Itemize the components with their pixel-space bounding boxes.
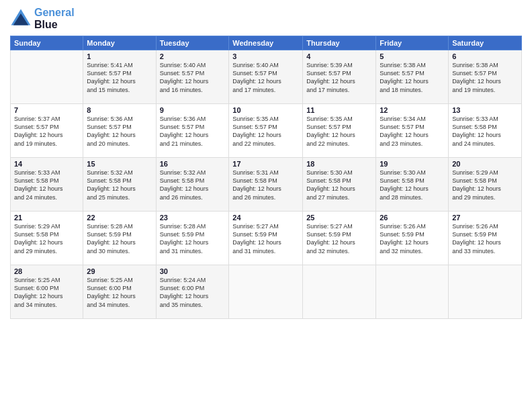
- day-info: Sunrise: 5:27 AM Sunset: 5:59 PM Dayligh…: [232, 222, 299, 255]
- calendar-cell: 10Sunrise: 5:35 AM Sunset: 5:57 PM Dayli…: [229, 104, 303, 158]
- day-number: 25: [306, 214, 372, 222]
- calendar-cell: 27Sunrise: 5:26 AM Sunset: 5:59 PM Dayli…: [449, 212, 522, 265]
- day-info: Sunrise: 5:29 AM Sunset: 5:58 PM Dayligh…: [452, 169, 518, 201]
- calendar-cell: 22Sunrise: 5:28 AM Sunset: 5:59 PM Dayli…: [83, 212, 156, 265]
- day-info: Sunrise: 5:26 AM Sunset: 5:59 PM Dayligh…: [452, 222, 518, 255]
- calendar-cell: [11, 50, 83, 104]
- logo-icon: [10, 8, 32, 30]
- day-info: Sunrise: 5:30 AM Sunset: 5:58 PM Dayligh…: [380, 169, 445, 201]
- day-number: 11: [306, 106, 372, 114]
- day-info: Sunrise: 5:28 AM Sunset: 5:59 PM Dayligh…: [87, 222, 152, 255]
- day-number: 7: [14, 106, 79, 114]
- calendar-cell: 29Sunrise: 5:25 AM Sunset: 6:00 PM Dayli…: [83, 265, 156, 319]
- calendar-cell: 2Sunrise: 5:40 AM Sunset: 5:57 PM Daylig…: [156, 50, 229, 104]
- calendar-cell: 4Sunrise: 5:39 AM Sunset: 5:57 PM Daylig…: [303, 50, 376, 104]
- week-row-2: 7Sunrise: 5:37 AM Sunset: 5:57 PM Daylig…: [11, 104, 522, 158]
- calendar-cell: 12Sunrise: 5:34 AM Sunset: 5:57 PM Dayli…: [376, 104, 449, 158]
- day-number: 18: [306, 160, 372, 168]
- day-info: Sunrise: 5:29 AM Sunset: 5:58 PM Dayligh…: [14, 222, 79, 255]
- calendar-cell: 23Sunrise: 5:28 AM Sunset: 5:59 PM Dayli…: [156, 212, 229, 265]
- calendar-cell: 25Sunrise: 5:27 AM Sunset: 5:59 PM Dayli…: [303, 212, 376, 265]
- day-number: 6: [452, 52, 518, 60]
- day-info: Sunrise: 5:31 AM Sunset: 5:58 PM Dayligh…: [232, 169, 299, 201]
- calendar-body: 1Sunrise: 5:41 AM Sunset: 5:57 PM Daylig…: [11, 50, 522, 319]
- day-number: 23: [160, 214, 226, 222]
- day-header-sunday: Sunday: [11, 36, 83, 50]
- day-info: Sunrise: 5:32 AM Sunset: 5:58 PM Dayligh…: [160, 169, 226, 201]
- day-header-tuesday: Tuesday: [156, 36, 229, 50]
- calendar-cell: 17Sunrise: 5:31 AM Sunset: 5:58 PM Dayli…: [229, 158, 303, 212]
- day-info: Sunrise: 5:38 AM Sunset: 5:57 PM Dayligh…: [452, 61, 518, 94]
- day-info: Sunrise: 5:40 AM Sunset: 5:57 PM Dayligh…: [160, 61, 226, 94]
- day-number: 13: [452, 106, 518, 114]
- calendar-cell: [303, 265, 376, 319]
- day-info: Sunrise: 5:27 AM Sunset: 5:59 PM Dayligh…: [306, 222, 372, 255]
- day-info: Sunrise: 5:36 AM Sunset: 5:57 PM Dayligh…: [160, 115, 226, 148]
- calendar-cell: 30Sunrise: 5:24 AM Sunset: 6:00 PM Dayli…: [156, 265, 229, 319]
- day-number: 16: [160, 160, 226, 168]
- day-number: 29: [87, 267, 152, 275]
- calendar-cell: 13Sunrise: 5:33 AM Sunset: 5:58 PM Dayli…: [449, 104, 522, 158]
- day-number: 27: [452, 214, 518, 222]
- page-header: General Blue: [10, 7, 522, 30]
- day-number: 15: [87, 160, 152, 168]
- calendar-cell: 14Sunrise: 5:33 AM Sunset: 5:58 PM Dayli…: [11, 158, 83, 212]
- calendar-table: SundayMondayTuesdayWednesdayThursdayFrid…: [10, 36, 522, 319]
- calendar-cell: 6Sunrise: 5:38 AM Sunset: 5:57 PM Daylig…: [449, 50, 522, 104]
- day-info: Sunrise: 5:24 AM Sunset: 6:00 PM Dayligh…: [160, 276, 226, 309]
- calendar-cell: 26Sunrise: 5:26 AM Sunset: 5:59 PM Dayli…: [376, 212, 449, 265]
- day-info: Sunrise: 5:38 AM Sunset: 5:57 PM Dayligh…: [380, 61, 445, 94]
- week-row-4: 21Sunrise: 5:29 AM Sunset: 5:58 PM Dayli…: [11, 212, 522, 265]
- day-number: 10: [232, 106, 299, 114]
- day-number: 9: [160, 106, 226, 114]
- calendar-cell: 1Sunrise: 5:41 AM Sunset: 5:57 PM Daylig…: [83, 50, 156, 104]
- logo: General Blue: [10, 7, 75, 30]
- day-info: Sunrise: 5:35 AM Sunset: 5:57 PM Dayligh…: [232, 115, 299, 148]
- day-info: Sunrise: 5:32 AM Sunset: 5:58 PM Dayligh…: [87, 169, 152, 201]
- calendar-cell: 18Sunrise: 5:30 AM Sunset: 5:58 PM Dayli…: [303, 158, 376, 212]
- day-number: 5: [380, 52, 445, 60]
- day-number: 14: [14, 160, 79, 168]
- day-number: 1: [87, 52, 152, 60]
- day-number: 22: [87, 214, 152, 222]
- calendar-header-row: SundayMondayTuesdayWednesdayThursdayFrid…: [11, 36, 522, 50]
- day-info: Sunrise: 5:25 AM Sunset: 6:00 PM Dayligh…: [87, 276, 152, 309]
- calendar-cell: 3Sunrise: 5:40 AM Sunset: 5:57 PM Daylig…: [229, 50, 303, 104]
- day-number: 28: [14, 267, 79, 275]
- day-info: Sunrise: 5:33 AM Sunset: 5:58 PM Dayligh…: [452, 115, 518, 148]
- calendar-cell: 19Sunrise: 5:30 AM Sunset: 5:58 PM Dayli…: [376, 158, 449, 212]
- week-row-3: 14Sunrise: 5:33 AM Sunset: 5:58 PM Dayli…: [11, 158, 522, 212]
- calendar-cell: 7Sunrise: 5:37 AM Sunset: 5:57 PM Daylig…: [11, 104, 83, 158]
- day-info: Sunrise: 5:26 AM Sunset: 5:59 PM Dayligh…: [380, 222, 445, 255]
- day-info: Sunrise: 5:36 AM Sunset: 5:57 PM Dayligh…: [87, 115, 152, 148]
- day-number: 20: [452, 160, 518, 168]
- day-info: Sunrise: 5:28 AM Sunset: 5:59 PM Dayligh…: [160, 222, 226, 255]
- day-number: 19: [380, 160, 445, 168]
- day-number: 3: [232, 52, 299, 60]
- day-info: Sunrise: 5:41 AM Sunset: 5:57 PM Dayligh…: [87, 61, 152, 94]
- day-number: 4: [306, 52, 372, 60]
- calendar-cell: [376, 265, 449, 319]
- calendar-cell: 9Sunrise: 5:36 AM Sunset: 5:57 PM Daylig…: [156, 104, 229, 158]
- calendar-cell: 15Sunrise: 5:32 AM Sunset: 5:58 PM Dayli…: [83, 158, 156, 212]
- day-info: Sunrise: 5:39 AM Sunset: 5:57 PM Dayligh…: [306, 61, 372, 94]
- day-info: Sunrise: 5:37 AM Sunset: 5:57 PM Dayligh…: [14, 115, 79, 148]
- day-number: 8: [87, 106, 152, 114]
- day-number: 21: [14, 214, 79, 222]
- calendar-cell: 20Sunrise: 5:29 AM Sunset: 5:58 PM Dayli…: [449, 158, 522, 212]
- page: General Blue SundayMondayTuesdayWednesda…: [0, 0, 532, 411]
- day-number: 2: [160, 52, 226, 60]
- day-number: 30: [160, 267, 226, 275]
- day-header-wednesday: Wednesday: [229, 36, 303, 50]
- calendar-cell: 24Sunrise: 5:27 AM Sunset: 5:59 PM Dayli…: [229, 212, 303, 265]
- calendar-cell: 5Sunrise: 5:38 AM Sunset: 5:57 PM Daylig…: [376, 50, 449, 104]
- day-number: 24: [232, 214, 299, 222]
- day-info: Sunrise: 5:35 AM Sunset: 5:57 PM Dayligh…: [306, 115, 372, 148]
- day-header-saturday: Saturday: [449, 36, 522, 50]
- calendar-cell: 21Sunrise: 5:29 AM Sunset: 5:58 PM Dayli…: [11, 212, 83, 265]
- week-row-5: 28Sunrise: 5:25 AM Sunset: 6:00 PM Dayli…: [11, 265, 522, 319]
- day-header-thursday: Thursday: [303, 36, 376, 50]
- day-number: 26: [380, 214, 445, 222]
- calendar-cell: 11Sunrise: 5:35 AM Sunset: 5:57 PM Dayli…: [303, 104, 376, 158]
- day-header-friday: Friday: [376, 36, 449, 50]
